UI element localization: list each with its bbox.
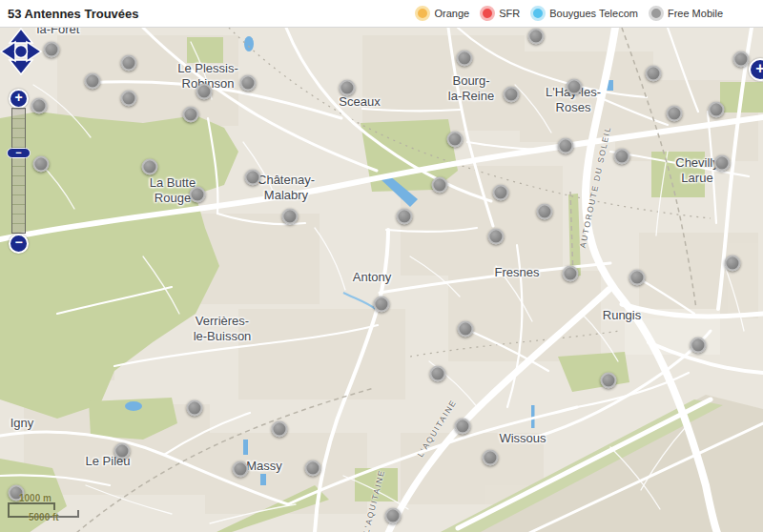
- zoom-out-button[interactable]: −: [9, 234, 29, 254]
- antenna-marker[interactable]: [121, 91, 137, 107]
- operator-dot-icon: [480, 6, 495, 21]
- antenna-marker[interactable]: [85, 73, 101, 90]
- antenna-marker[interactable]: [233, 461, 249, 478]
- pan-center-button[interactable]: [15, 46, 28, 58]
- antenna-marker[interactable]: [709, 102, 725, 118]
- antenna-marker[interactable]: [725, 256, 741, 272]
- antenna-map-app: 53 Antennes Trouvées OrangeSFRBouygues T…: [0, 0, 763, 532]
- antenna-marker[interactable]: [245, 170, 261, 186]
- antenna-marker[interactable]: [714, 155, 731, 172]
- legend-label: SFR: [499, 8, 520, 19]
- legend-item-sfr: SFR: [480, 6, 520, 21]
- antenna-marker[interactable]: [272, 421, 288, 438]
- map-canvas[interactable]: la-ForêtLe Plessis- RobinsonSceauxBourg-…: [0, 28, 763, 532]
- antenna-marker[interactable]: [558, 138, 574, 154]
- operator-legend: OrangeSFRBouygues TelecomFree Mobile: [415, 6, 723, 21]
- antenna-marker[interactable]: [397, 209, 413, 225]
- antenna-marker[interactable]: [457, 51, 473, 67]
- antenna-marker[interactable]: [447, 132, 464, 148]
- antenna-marker[interactable]: [493, 185, 509, 201]
- antenna-marker[interactable]: [9, 485, 25, 501]
- antenna-marker[interactable]: [305, 460, 321, 477]
- antenna-marker[interactable]: [601, 373, 617, 389]
- map-tiles: [0, 28, 763, 532]
- pan-up-button[interactable]: [10, 29, 32, 43]
- pan-down-button[interactable]: [10, 60, 32, 74]
- pan-right-button[interactable]: [27, 42, 41, 61]
- antenna-marker[interactable]: [667, 106, 683, 122]
- legend-label: Bouygues Telecom: [549, 8, 638, 19]
- legend-item-bouygues-telecom: Bouygues Telecom: [530, 6, 638, 21]
- legend-item-free-mobile: Free Mobile: [649, 6, 723, 21]
- antenna-marker[interactable]: [432, 177, 448, 194]
- antenna-marker[interactable]: [196, 84, 213, 100]
- antenna-marker[interactable]: [537, 204, 553, 220]
- antenna-marker[interactable]: [733, 51, 750, 68]
- antenna-marker[interactable]: [240, 75, 257, 92]
- antenna-marker[interactable]: [504, 87, 520, 103]
- antenna-marker[interactable]: [187, 400, 203, 417]
- antenna-marker[interactable]: [455, 419, 471, 435]
- antenna-marker[interactable]: [385, 508, 402, 524]
- zoom-in-button[interactable]: +: [9, 89, 29, 109]
- results-header: 53 Antennes Trouvées OrangeSFRBouygues T…: [0, 0, 763, 28]
- operator-dot-icon: [530, 6, 546, 21]
- antenna-marker[interactable]: [488, 229, 505, 245]
- antenna-marker[interactable]: [142, 159, 158, 175]
- antenna-marker[interactable]: [629, 270, 646, 286]
- pan-left-button[interactable]: [1, 42, 15, 61]
- results-count: 53 Antennes Trouvées: [0, 7, 139, 21]
- antenna-marker[interactable]: [528, 29, 545, 45]
- legend-label: Free Mobile: [668, 8, 723, 19]
- antenna-marker[interactable]: [614, 149, 630, 165]
- legend-label: Orange: [434, 8, 469, 19]
- antenna-marker[interactable]: [282, 209, 299, 225]
- antenna-marker[interactable]: [483, 450, 499, 466]
- antenna-marker[interactable]: [430, 366, 446, 382]
- antenna-marker[interactable]: [340, 80, 356, 96]
- pan-control: [0, 28, 42, 75]
- operator-dot-icon: [415, 6, 430, 21]
- antenna-marker[interactable]: [114, 443, 131, 460]
- antenna-marker[interactable]: [646, 66, 662, 82]
- zoom-slider-handle[interactable]: −: [7, 148, 31, 158]
- antenna-marker[interactable]: [44, 42, 60, 58]
- antenna-marker[interactable]: [563, 266, 579, 282]
- antenna-marker[interactable]: [121, 55, 137, 72]
- antenna-marker[interactable]: [458, 321, 474, 338]
- legend-item-orange: Orange: [415, 6, 469, 21]
- antenna-marker[interactable]: [691, 338, 707, 354]
- operator-dot-icon: [649, 6, 664, 21]
- antenna-marker[interactable]: [183, 107, 199, 123]
- antenna-marker[interactable]: [31, 98, 48, 114]
- antenna-marker[interactable]: [374, 297, 390, 313]
- zoom-slider-track[interactable]: [11, 108, 26, 234]
- antenna-marker[interactable]: [33, 156, 50, 173]
- antenna-marker[interactable]: [567, 79, 583, 95]
- antenna-marker[interactable]: [190, 187, 206, 203]
